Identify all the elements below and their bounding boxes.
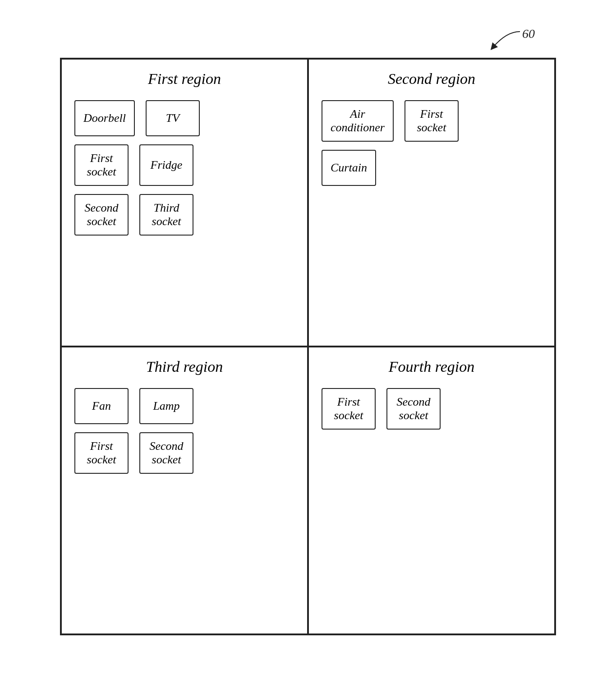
first-socket-1-box: Firstsocket xyxy=(74,144,129,186)
second-region-items: Airconditioner Firstsocket Curtain xyxy=(322,100,542,186)
curtain-box: Curtain xyxy=(322,150,376,186)
third-socket-box: Thirdsocket xyxy=(139,194,193,236)
lamp-box: Lamp xyxy=(139,388,193,424)
second-region-title: Second region xyxy=(388,70,475,88)
main-diagram: First region Doorbell TV Firstsocket Fri… xyxy=(60,58,556,635)
fourth-region-items: Firstsocket Secondsocket xyxy=(322,388,542,430)
second-socket-1-box: Secondsocket xyxy=(74,194,129,236)
fourth-region-row-1: Firstsocket Secondsocket xyxy=(322,388,542,430)
fourth-region: Fourth region Firstsocket Secondsocket xyxy=(308,347,555,634)
first-region-row-1: Doorbell TV xyxy=(74,100,294,136)
tv-box: TV xyxy=(146,100,200,136)
first-region-title: First region xyxy=(148,70,221,88)
third-region-title: Third region xyxy=(146,358,223,375)
fourth-region-title: Fourth region xyxy=(389,358,474,375)
first-region-row-2: Firstsocket Fridge xyxy=(74,144,294,186)
diagram-label: 60 xyxy=(522,27,535,41)
third-region-row-2: Firstsocket Secondsocket xyxy=(74,432,294,474)
first-socket-3-box: Firstsocket xyxy=(74,432,129,474)
first-socket-2-box: Firstsocket xyxy=(405,100,459,142)
arrow-label: 60 xyxy=(479,27,542,54)
fridge-box: Fridge xyxy=(139,144,193,186)
fan-box: Fan xyxy=(74,388,129,424)
third-region-row-1: Fan Lamp xyxy=(74,388,294,424)
air-conditioner-box: Airconditioner xyxy=(322,100,394,142)
second-region-row-2: Curtain xyxy=(322,150,542,186)
third-region-items: Fan Lamp Firstsocket Secondsocket xyxy=(74,388,294,474)
first-socket-4-box: Firstsocket xyxy=(322,388,376,430)
first-region-row-3: Secondsocket Thirdsocket xyxy=(74,194,294,236)
second-socket-3-box: Secondsocket xyxy=(386,388,441,430)
second-region-row-1: Airconditioner Firstsocket xyxy=(322,100,542,142)
second-region: Second region Airconditioner Firstsocket… xyxy=(308,59,555,347)
diagram-wrapper: 60 First region Doorbell TV Firstsocket … xyxy=(60,27,556,635)
first-region-items: Doorbell TV Firstsocket Fridge Secondsoc… xyxy=(74,100,294,236)
doorbell-box: Doorbell xyxy=(74,100,135,136)
third-region: Third region Fan Lamp Firstsocket Second… xyxy=(61,347,308,634)
second-socket-2-box: Secondsocket xyxy=(139,432,193,474)
first-region: First region Doorbell TV Firstsocket Fri… xyxy=(61,59,308,347)
